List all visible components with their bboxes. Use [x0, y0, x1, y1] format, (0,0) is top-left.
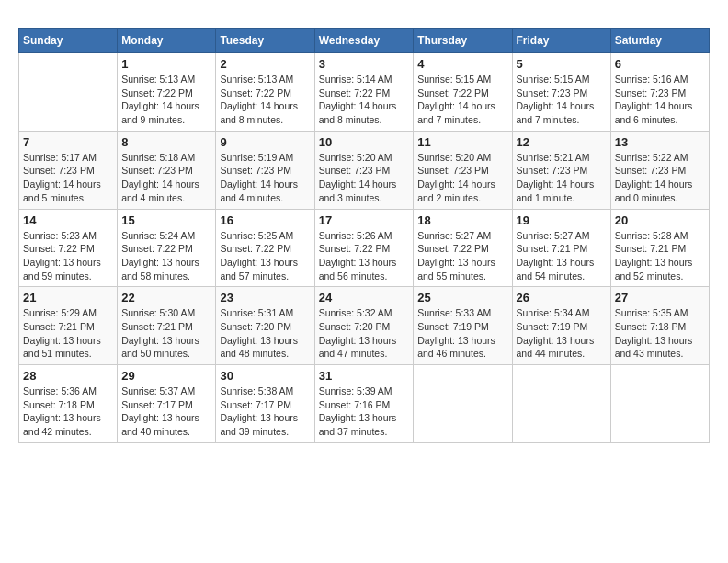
- day-number: 15: [121, 213, 211, 227]
- calendar-cell: 21Sunrise: 5:29 AMSunset: 7:21 PMDayligh…: [19, 287, 118, 365]
- day-number: 10: [319, 135, 410, 149]
- calendar-cell: 13Sunrise: 5:22 AMSunset: 7:23 PMDayligh…: [610, 131, 709, 209]
- calendar-cell: [19, 53, 118, 132]
- day-number: 30: [220, 369, 310, 383]
- day-number: 5: [517, 57, 607, 71]
- calendar-cell: 12Sunrise: 5:21 AMSunset: 7:23 PMDayligh…: [512, 131, 610, 209]
- calendar-cell: 24Sunrise: 5:32 AMSunset: 7:20 PMDayligh…: [314, 287, 414, 365]
- weekday-wednesday: Wednesday: [314, 29, 414, 53]
- calendar-cell: 29Sunrise: 5:37 AMSunset: 7:17 PMDayligh…: [118, 365, 216, 443]
- day-info: Sunrise: 5:33 AMSunset: 7:19 PMDaylight:…: [417, 306, 507, 361]
- calendar-cell: 6Sunrise: 5:16 AMSunset: 7:23 PMDaylight…: [610, 53, 709, 132]
- day-number: 29: [121, 369, 211, 383]
- calendar-cell: 26Sunrise: 5:34 AMSunset: 7:19 PMDayligh…: [512, 287, 610, 365]
- week-row-2: 7Sunrise: 5:17 AMSunset: 7:23 PMDaylight…: [19, 131, 710, 209]
- calendar-cell: 19Sunrise: 5:27 AMSunset: 7:21 PMDayligh…: [512, 209, 610, 287]
- calendar-cell: 1Sunrise: 5:13 AMSunset: 7:22 PMDaylight…: [118, 53, 216, 132]
- weekday-thursday: Thursday: [414, 29, 512, 53]
- calendar-cell: 2Sunrise: 5:13 AMSunset: 7:22 PMDaylight…: [216, 53, 314, 132]
- weekday-tuesday: Tuesday: [216, 29, 314, 53]
- weekday-header-row: SundayMondayTuesdayWednesdayThursdayFrid…: [19, 29, 710, 53]
- day-info: Sunrise: 5:36 AMSunset: 7:18 PMDaylight:…: [23, 385, 113, 439]
- day-info: Sunrise: 5:15 AMSunset: 7:22 PMDaylight:…: [417, 73, 507, 127]
- day-info: Sunrise: 5:30 AMSunset: 7:21 PMDaylight:…: [121, 306, 211, 361]
- weekday-saturday: Saturday: [610, 29, 709, 53]
- day-info: Sunrise: 5:20 AMSunset: 7:23 PMDaylight:…: [417, 151, 507, 205]
- day-info: Sunrise: 5:13 AMSunset: 7:22 PMDaylight:…: [220, 73, 310, 127]
- calendar-cell: 25Sunrise: 5:33 AMSunset: 7:19 PMDayligh…: [414, 287, 512, 365]
- calendar-cell: 9Sunrise: 5:19 AMSunset: 7:23 PMDaylight…: [216, 131, 314, 209]
- calendar-cell: 14Sunrise: 5:23 AMSunset: 7:22 PMDayligh…: [19, 209, 118, 287]
- calendar-cell: 31Sunrise: 5:39 AMSunset: 7:16 PMDayligh…: [314, 365, 414, 443]
- day-info: Sunrise: 5:16 AMSunset: 7:23 PMDaylight:…: [615, 73, 705, 127]
- day-number: 13: [615, 135, 705, 149]
- day-info: Sunrise: 5:22 AMSunset: 7:23 PMDaylight:…: [615, 151, 705, 205]
- day-info: Sunrise: 5:18 AMSunset: 7:23 PMDaylight:…: [121, 151, 211, 205]
- week-row-3: 14Sunrise: 5:23 AMSunset: 7:22 PMDayligh…: [19, 209, 710, 287]
- calendar-cell: 27Sunrise: 5:35 AMSunset: 7:18 PMDayligh…: [610, 287, 709, 365]
- day-info: Sunrise: 5:39 AMSunset: 7:16 PMDaylight:…: [319, 385, 410, 439]
- day-number: 7: [23, 135, 113, 149]
- day-number: 24: [319, 291, 410, 304]
- day-number: 16: [220, 213, 310, 227]
- day-number: 21: [23, 291, 113, 304]
- calendar-cell: [512, 365, 610, 443]
- weekday-friday: Friday: [512, 29, 610, 53]
- day-info: Sunrise: 5:34 AMSunset: 7:19 PMDaylight:…: [517, 306, 607, 361]
- day-number: 6: [615, 57, 705, 71]
- calendar-cell: 18Sunrise: 5:27 AMSunset: 7:22 PMDayligh…: [414, 209, 512, 287]
- day-info: Sunrise: 5:13 AMSunset: 7:22 PMDaylight:…: [121, 73, 211, 127]
- day-number: 2: [220, 57, 310, 71]
- day-info: Sunrise: 5:26 AMSunset: 7:22 PMDaylight:…: [319, 229, 410, 283]
- calendar-cell: 30Sunrise: 5:38 AMSunset: 7:17 PMDayligh…: [216, 365, 314, 443]
- week-row-1: 1Sunrise: 5:13 AMSunset: 7:22 PMDaylight…: [19, 53, 710, 132]
- calendar-cell: 23Sunrise: 5:31 AMSunset: 7:20 PMDayligh…: [216, 287, 314, 365]
- day-info: Sunrise: 5:29 AMSunset: 7:21 PMDaylight:…: [23, 306, 113, 361]
- day-number: 12: [517, 135, 607, 149]
- day-info: Sunrise: 5:37 AMSunset: 7:17 PMDaylight:…: [121, 385, 211, 439]
- day-number: 19: [517, 213, 607, 227]
- day-info: Sunrise: 5:31 AMSunset: 7:20 PMDaylight:…: [220, 306, 310, 361]
- calendar-cell: 17Sunrise: 5:26 AMSunset: 7:22 PMDayligh…: [314, 209, 414, 287]
- day-info: Sunrise: 5:15 AMSunset: 7:23 PMDaylight:…: [517, 73, 607, 127]
- day-number: 8: [121, 135, 211, 149]
- day-number: 28: [23, 369, 113, 383]
- day-number: 20: [615, 213, 705, 227]
- day-number: 23: [220, 291, 310, 304]
- day-info: Sunrise: 5:35 AMSunset: 7:18 PMDaylight:…: [615, 306, 705, 361]
- day-info: Sunrise: 5:23 AMSunset: 7:22 PMDaylight:…: [23, 229, 113, 283]
- day-info: Sunrise: 5:17 AMSunset: 7:23 PMDaylight:…: [23, 151, 113, 205]
- calendar-cell: 16Sunrise: 5:25 AMSunset: 7:22 PMDayligh…: [216, 209, 314, 287]
- calendar-cell: 11Sunrise: 5:20 AMSunset: 7:23 PMDayligh…: [414, 131, 512, 209]
- day-info: Sunrise: 5:27 AMSunset: 7:22 PMDaylight:…: [417, 229, 507, 283]
- calendar-cell: [414, 365, 512, 443]
- day-info: Sunrise: 5:28 AMSunset: 7:21 PMDaylight:…: [615, 229, 705, 283]
- day-number: 25: [417, 291, 507, 304]
- day-number: 1: [121, 57, 211, 71]
- calendar-cell: 5Sunrise: 5:15 AMSunset: 7:23 PMDaylight…: [512, 53, 610, 132]
- week-row-4: 21Sunrise: 5:29 AMSunset: 7:21 PMDayligh…: [19, 287, 710, 365]
- day-info: Sunrise: 5:32 AMSunset: 7:20 PMDaylight:…: [319, 306, 410, 361]
- day-info: Sunrise: 5:27 AMSunset: 7:21 PMDaylight:…: [517, 229, 607, 283]
- week-row-5: 28Sunrise: 5:36 AMSunset: 7:18 PMDayligh…: [19, 365, 710, 443]
- weekday-monday: Monday: [118, 29, 216, 53]
- day-number: 18: [417, 213, 507, 227]
- calendar-table: SundayMondayTuesdayWednesdayThursdayFrid…: [18, 28, 710, 443]
- day-info: Sunrise: 5:24 AMSunset: 7:22 PMDaylight:…: [121, 229, 211, 283]
- calendar-cell: 8Sunrise: 5:18 AMSunset: 7:23 PMDaylight…: [118, 131, 216, 209]
- day-number: 11: [417, 135, 507, 149]
- day-number: 14: [23, 213, 113, 227]
- day-number: 9: [220, 135, 310, 149]
- day-number: 22: [121, 291, 211, 304]
- weekday-sunday: Sunday: [19, 29, 118, 53]
- day-info: Sunrise: 5:25 AMSunset: 7:22 PMDaylight:…: [220, 229, 310, 283]
- calendar-cell: 4Sunrise: 5:15 AMSunset: 7:22 PMDaylight…: [414, 53, 512, 132]
- day-info: Sunrise: 5:19 AMSunset: 7:23 PMDaylight:…: [220, 151, 310, 205]
- day-info: Sunrise: 5:21 AMSunset: 7:23 PMDaylight:…: [517, 151, 607, 205]
- calendar-cell: 10Sunrise: 5:20 AMSunset: 7:23 PMDayligh…: [314, 131, 414, 209]
- calendar-cell: 20Sunrise: 5:28 AMSunset: 7:21 PMDayligh…: [610, 209, 709, 287]
- calendar-cell: 3Sunrise: 5:14 AMSunset: 7:22 PMDaylight…: [314, 53, 414, 132]
- calendar-cell: [610, 365, 709, 443]
- day-info: Sunrise: 5:38 AMSunset: 7:17 PMDaylight:…: [220, 385, 310, 439]
- day-number: 4: [417, 57, 507, 71]
